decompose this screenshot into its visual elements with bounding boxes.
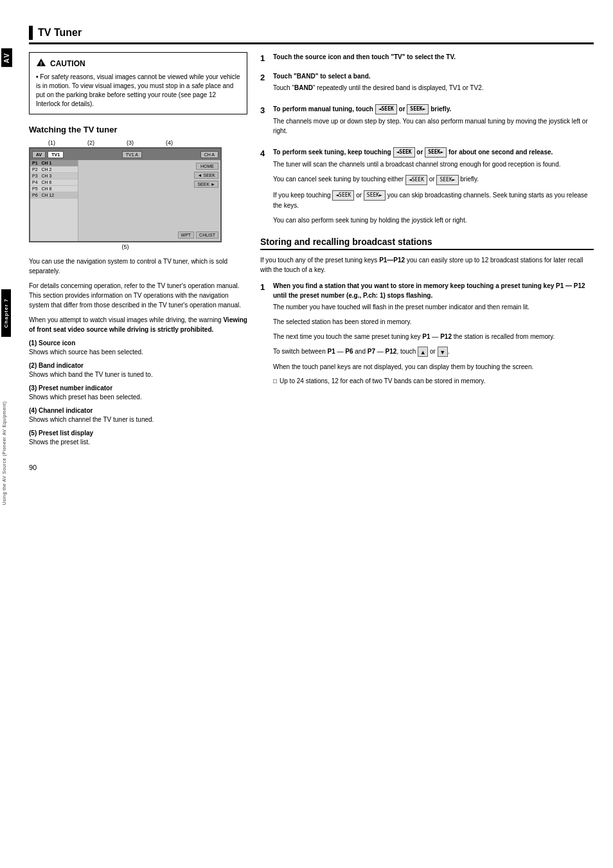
indicator-2-desc: Shows which band the TV tuner is tuned t… (29, 370, 247, 379)
indicator-2-label: (2) Band indicator (29, 362, 247, 369)
using-label: Using the AV Source (Pioneer AV Equipmen… (0, 399, 8, 508)
indicator-3-label: (3) Preset number indicator (29, 384, 247, 392)
watching-intro: You can use the navigation system to con… (29, 257, 247, 276)
indicator-1-label: (1) Source icon (29, 339, 247, 347)
chapter-tab: Chapter 7 (1, 289, 11, 337)
seek-left-keep[interactable]: ◄SEEK (332, 190, 354, 201)
storing-step-1-num: 1 (260, 281, 269, 388)
watching-detail: For details concerning operation, refer … (29, 281, 247, 310)
home-btn[interactable]: HOME (196, 163, 218, 170)
section-title: TV Tuner (38, 27, 82, 39)
screen-label-4: (4) (166, 140, 173, 146)
watching-warning: When you attempt to watch visual images … (29, 315, 247, 334)
section-title-bar (29, 26, 33, 40)
step-2-title: Touch "BAND" to select a band. (273, 71, 483, 81)
tv-tab-tv1a[interactable]: TV1 A (122, 151, 142, 158)
step-4-desc4: You can also perform seek tuning by hold… (273, 215, 594, 225)
screen-label-1: (1) (48, 140, 55, 146)
step-4-desc2: You can cancel seek tuning by touching e… (273, 174, 594, 185)
svg-text:!: ! (40, 60, 42, 67)
storing-bullet: □ Up to 24 stations, 12 for each of two … (273, 377, 594, 386)
seek-right-btn-inline[interactable]: SEEK► (407, 104, 429, 114)
watching-title: Watching the TV tuner (29, 125, 247, 134)
wpt-btn[interactable]: WPT (178, 231, 195, 239)
step-1-title: Touch the source icon and then touch "TV… (273, 52, 456, 62)
tv-tab-cha[interactable]: CH A (200, 151, 218, 158)
screen-label-5: (5) (122, 244, 129, 250)
indicator-4-desc: Shows which channel the TV tuner is tune… (29, 415, 247, 424)
step-2-num: 2 (260, 71, 269, 98)
step-4-title: To perform seek tuning, keep touching ◄S… (273, 147, 594, 158)
page-number: 90 (29, 464, 594, 471)
screen-label-3: (3) (127, 140, 134, 146)
tv-screen-mockup: (1) (2) (3) (4) AV TV1 TV1 A (29, 140, 222, 250)
caution-header-text: CAUTION (50, 59, 85, 68)
seek-right-btn[interactable]: SEEK ► (194, 181, 218, 188)
step-4-desc3: If you keep touching ◄SEEK or SEEK► you … (273, 190, 594, 210)
step-3: 3 To perform manual tuning, touch ◄SEEK … (260, 104, 594, 141)
indicator-5-label: (5) Preset list display (29, 429, 247, 437)
storing-step-1-title: When you find a station that you want to… (273, 281, 594, 300)
indicator-4-label: (4) Channel indicator (29, 407, 247, 414)
chlist-btn[interactable]: CHLIST (196, 231, 218, 239)
seek-right-btn2[interactable]: SEEK► (425, 147, 447, 158)
storing-title: Storing and recalling broadcast stations (260, 237, 594, 250)
step-2-desc: Touch "BAND" repeatedly until the desire… (273, 83, 483, 93)
tv-tab-av[interactable]: AV (32, 151, 46, 158)
step-3-desc: The channels move up or down step by ste… (273, 116, 594, 136)
indicator-1-desc: Shows which source has been selected. (29, 348, 247, 357)
step-3-num: 3 (260, 104, 269, 141)
tv-tab-tv1[interactable]: TV1 (48, 151, 64, 158)
caution-icon: ! (36, 58, 46, 69)
storing-desc5: When the touch panel keys are not displa… (273, 362, 594, 372)
storing-desc3: The next time you touch the same preset … (273, 332, 594, 341)
up-arrow-btn[interactable]: ▲ (418, 347, 428, 357)
seek-left-btn-inline[interactable]: ◄SEEK (375, 104, 397, 114)
step-1-num: 1 (260, 52, 269, 65)
seek-left-btn2[interactable]: ◄SEEK (393, 147, 415, 158)
indicators-list: (1) Source icon Shows which source has b… (29, 339, 247, 447)
screen-label-2: (2) (87, 140, 94, 146)
storing-desc1: The number you have touched will flash i… (273, 302, 594, 312)
step-1: 1 Touch the source icon and then touch "… (260, 52, 594, 65)
down-arrow-btn[interactable]: ▼ (438, 347, 448, 357)
seek-left-btn[interactable]: ◄ SEEK (194, 172, 218, 179)
indicator-3-desc: Shows which preset has been selected. (29, 393, 247, 402)
indicator-5-desc: Shows the preset list. (29, 438, 247, 447)
seek-left-cancel[interactable]: ◄SEEK (405, 175, 427, 185)
caution-text: • For safety reasons, visual images cann… (36, 73, 240, 109)
caution-box: ! CAUTION • For safety reasons, visual i… (29, 52, 247, 114)
step-2: 2 Touch "BAND" to select a band. Touch "… (260, 71, 594, 98)
seek-right-keep[interactable]: SEEK► (364, 190, 386, 201)
storing-desc2: The selected station has been stored in … (273, 317, 594, 327)
storing-step-1: 1 When you find a station that you want … (260, 281, 594, 388)
storing-desc4: To switch between P1 — P6 and P7 — P12, … (273, 347, 594, 357)
av-tab: AV (1, 48, 12, 67)
storing-intro: If you touch any of the preset tuning ke… (260, 255, 594, 275)
seek-right-cancel[interactable]: SEEK► (436, 175, 458, 185)
step-4-num: 4 (260, 147, 269, 230)
step-4-desc1: The tuner will scan the channels until a… (273, 159, 594, 169)
step-4: 4 To perform seek tuning, keep touching … (260, 147, 594, 230)
step-3-title: To perform manual tuning, touch ◄SEEK or… (273, 104, 594, 114)
